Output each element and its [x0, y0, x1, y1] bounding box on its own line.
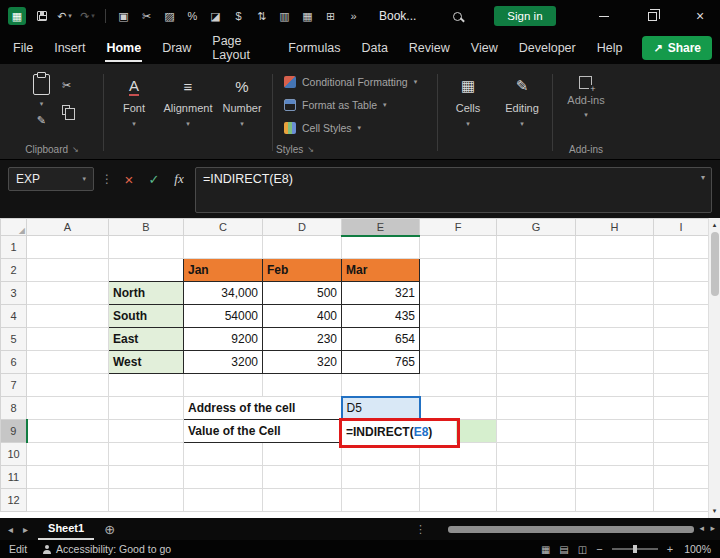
cell[interactable]: [263, 236, 342, 259]
cancel-button[interactable]: ×: [120, 167, 138, 191]
cell[interactable]: [109, 489, 184, 512]
cell-b3[interactable]: North: [109, 282, 184, 305]
tab-insert[interactable]: Insert: [53, 34, 86, 62]
cell[interactable]: [497, 282, 576, 305]
cell-c3[interactable]: 34,000: [184, 282, 263, 305]
percent-style-icon[interactable]: %: [185, 7, 200, 25]
table-icon[interactable]: ▦: [300, 7, 315, 25]
cell[interactable]: [654, 305, 709, 328]
fill-color-icon[interactable]: ◪: [208, 7, 223, 25]
cell-d4[interactable]: 400: [263, 305, 342, 328]
cell[interactable]: [654, 282, 709, 305]
cell[interactable]: [27, 259, 109, 282]
cell-c8-address-label[interactable]: Address of the cell: [184, 397, 342, 420]
insert-function-button[interactable]: fx: [170, 167, 188, 191]
cell-e8-reference[interactable]: D5: [342, 397, 420, 420]
tab-home[interactable]: Home: [105, 34, 142, 62]
row-header-11[interactable]: 11: [1, 466, 27, 489]
cell[interactable]: [654, 328, 709, 351]
name-box[interactable]: EXP ▾: [8, 167, 94, 191]
cell[interactable]: [27, 351, 109, 374]
cells-group-button[interactable]: ▦ Cells ▾: [441, 66, 495, 159]
cell[interactable]: [576, 282, 654, 305]
cell[interactable]: [497, 236, 576, 259]
alignment-group-button[interactable]: ≡ Alignment ▾: [161, 66, 215, 159]
cell-c6[interactable]: 3200: [184, 351, 263, 374]
cell-e4[interactable]: 435: [342, 305, 420, 328]
cell[interactable]: [576, 259, 654, 282]
cell-c9-value-label[interactable]: Value of the Cell: [184, 420, 342, 443]
cell[interactable]: [420, 282, 497, 305]
cell[interactable]: [576, 351, 654, 374]
cell[interactable]: [263, 443, 342, 466]
scroll-up-icon[interactable]: ▴: [713, 218, 717, 232]
row-header-1[interactable]: 1: [1, 236, 27, 259]
cell[interactable]: [109, 374, 184, 397]
cell[interactable]: [342, 466, 420, 489]
add-sheet-button[interactable]: ⊕: [104, 522, 115, 537]
cell[interactable]: [576, 305, 654, 328]
cell[interactable]: [497, 420, 576, 443]
vertical-scrollbar[interactable]: ▴ ▾: [708, 218, 720, 518]
cell[interactable]: [184, 443, 263, 466]
tab-file[interactable]: File: [12, 34, 34, 62]
cell-b4[interactable]: South: [109, 305, 184, 328]
cell[interactable]: [654, 443, 709, 466]
page-break-view-icon[interactable]: ◫: [578, 544, 587, 555]
cell-e6[interactable]: 765: [342, 351, 420, 374]
cell[interactable]: [27, 397, 109, 420]
zoom-slider[interactable]: [612, 548, 658, 550]
tab-developer[interactable]: Developer: [518, 34, 577, 62]
cell[interactable]: [497, 466, 576, 489]
cell[interactable]: [576, 328, 654, 351]
undo-button[interactable]: ↶▾: [57, 7, 72, 25]
excel-logo-icon[interactable]: ▦: [8, 7, 26, 25]
cell[interactable]: [184, 374, 263, 397]
cell[interactable]: [497, 328, 576, 351]
cell[interactable]: [342, 489, 420, 512]
zoom-slider-thumb[interactable]: [633, 545, 637, 553]
scroll-left-icon[interactable]: ◂: [699, 523, 704, 533]
cell[interactable]: [420, 489, 497, 512]
cell[interactable]: [497, 443, 576, 466]
close-button[interactable]: ×: [680, 0, 720, 32]
cell-d2[interactable]: Feb: [263, 259, 342, 282]
row-header-9[interactable]: 9: [1, 420, 27, 443]
minimize-button[interactable]: [584, 0, 624, 32]
cell[interactable]: [27, 305, 109, 328]
cell[interactable]: [576, 236, 654, 259]
cell[interactable]: [420, 351, 497, 374]
cell[interactable]: [654, 259, 709, 282]
col-header-b[interactable]: B: [109, 219, 184, 236]
accessibility-status[interactable]: Accessibility: Good to go: [43, 543, 171, 555]
cell-c4[interactable]: 54000: [184, 305, 263, 328]
cut-icon[interactable]: ✂: [139, 7, 154, 25]
formula-input[interactable]: =INDIRECT(E8) ▾: [195, 167, 712, 213]
zoom-in-button[interactable]: +: [667, 543, 673, 555]
cell[interactable]: [654, 351, 709, 374]
cell-b5[interactable]: East: [109, 328, 184, 351]
enter-button[interactable]: ✓: [145, 167, 163, 191]
row-header-3[interactable]: 3: [1, 282, 27, 305]
cell[interactable]: [654, 420, 709, 443]
redo-button[interactable]: ↷▾: [80, 7, 95, 25]
cell[interactable]: [420, 259, 497, 282]
cell[interactable]: [576, 374, 654, 397]
cell[interactable]: [109, 236, 184, 259]
gallery-icon[interactable]: ▨: [162, 7, 177, 25]
cell[interactable]: [497, 374, 576, 397]
cell[interactable]: [576, 397, 654, 420]
row-header-8[interactable]: 8: [1, 397, 27, 420]
cell[interactable]: [497, 489, 576, 512]
cell[interactable]: [654, 397, 709, 420]
cell[interactable]: [184, 489, 263, 512]
cell[interactable]: [342, 236, 420, 259]
horizontal-scrollbar[interactable]: [448, 526, 694, 533]
cell-e3[interactable]: 321: [342, 282, 420, 305]
cell-d3[interactable]: 500: [263, 282, 342, 305]
cell[interactable]: [497, 305, 576, 328]
tab-review[interactable]: Review: [408, 34, 451, 62]
tab-page-layout[interactable]: Page Layout: [211, 27, 268, 69]
sign-in-button[interactable]: Sign in: [494, 6, 555, 26]
paste-button[interactable]: ▾: [33, 74, 50, 108]
